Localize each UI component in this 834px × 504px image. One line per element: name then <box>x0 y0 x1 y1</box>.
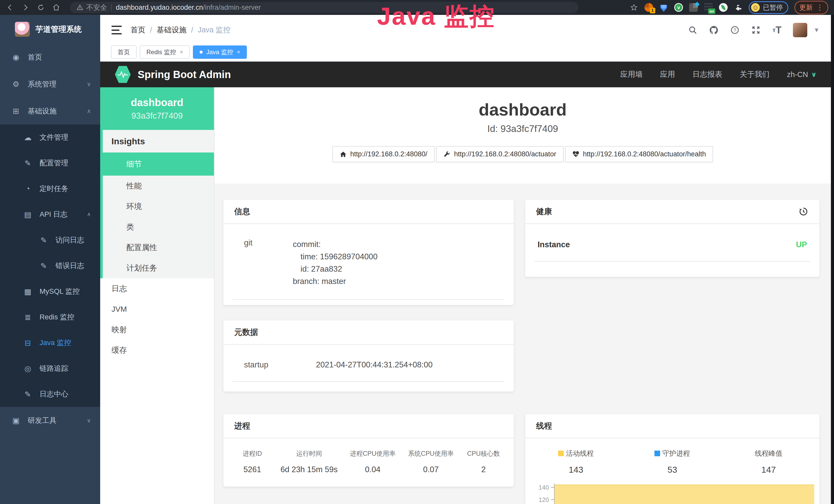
address-bar[interactable]: 不安全 dashboard.yudao.iocoder.cn/infra/adm… <box>70 2 578 13</box>
y-tick: 140 <box>525 484 549 491</box>
profile-avatar-icon: ☺ <box>751 3 760 12</box>
breadcrumb: 首页 / 基础设施 / Java 监控 <box>130 25 231 35</box>
sba-language-select[interactable]: zh-CN∨ <box>787 70 816 79</box>
info-card: 信息 git commit: time: 1596289704000 id: 2… <box>223 200 514 305</box>
home-button-icon[interactable] <box>52 3 61 12</box>
edit-icon: ✎ <box>23 159 33 168</box>
sba-item-caches[interactable]: 缓存 <box>100 340 214 361</box>
font-size-icon[interactable]: тT <box>772 25 782 35</box>
service-url-button[interactable]: http://192.168.0.2:48080/ <box>332 146 435 162</box>
extensions-puzzle-icon[interactable] <box>734 3 743 12</box>
profile-paused-chip[interactable]: ☺ 已暂停 <box>749 1 788 14</box>
sba-item-environment[interactable]: 环境 <box>103 196 214 217</box>
sba-item-mappings[interactable]: 映射 <box>100 319 214 340</box>
sidebar-item-Redis 监控[interactable]: ≣Redis 监控 <box>0 304 100 330</box>
sidebar-item-文件管理[interactable]: ☁文件管理 <box>0 124 100 150</box>
breadcrumb-item[interactable]: 首页 <box>130 25 146 35</box>
sba-item-classes[interactable]: 类 <box>103 217 214 237</box>
tab-home[interactable]: 首页 <box>111 45 137 59</box>
page-title: dashboard <box>215 87 831 119</box>
extension-grid-icon[interactable] <box>689 3 698 12</box>
github-icon[interactable] <box>709 25 719 35</box>
tab-redis-monitor[interactable]: Redis 监控× <box>140 45 190 59</box>
threads-card-title: 线程 <box>525 414 819 438</box>
sba-item-metrics[interactable]: 性能 <box>103 176 214 196</box>
extension-orange-icon[interactable]: 1 <box>644 3 653 12</box>
health-url-button[interactable]: http://192.168.0.2:48080/actuator/health <box>565 146 713 162</box>
sba-nav-about[interactable]: 关于我们 <box>740 69 770 79</box>
live-threads-area-series <box>554 484 814 504</box>
sba-item-config-props[interactable]: 配置属性 <box>103 237 214 258</box>
history-icon[interactable] <box>798 206 809 217</box>
extension-on-icon[interactable]: on <box>704 3 713 12</box>
sidebar-item-研发工具[interactable]: ▣研发工具∨ <box>0 407 100 434</box>
actuator-url-button[interactable]: http://192.168.0.2:48080/actuator <box>436 146 564 162</box>
sidebar-item-MySQL 监控[interactable]: ▦MySQL 监控 <box>0 279 100 304</box>
sba-nav-wallboard[interactable]: 应用墙 <box>620 69 643 79</box>
user-avatar[interactable] <box>793 23 807 37</box>
sba-instance-header[interactable]: dashboard 93a3fc7f7409 <box>100 87 214 130</box>
health-instance-label[interactable]: Instance <box>537 240 570 249</box>
sidebar-item-系统管理[interactable]: ⚙系统管理∨ <box>0 71 100 97</box>
sba-item-details[interactable]: 细节 <box>103 153 214 176</box>
sidebar-toggle-icon[interactable] <box>111 26 122 35</box>
sba-content: dashboard Id: 93a3fc7f7409 http://192.16… <box>215 87 831 504</box>
breadcrumb-item-current: Java 监控 <box>198 25 231 35</box>
update-button[interactable]: 更新 ⋮ <box>794 1 828 15</box>
fullscreen-icon[interactable] <box>751 25 761 35</box>
sidebar-item-日志中心[interactable]: ✎日志中心 <box>0 381 100 407</box>
y-tick: 120 <box>525 496 549 503</box>
dashboard-icon: ◉ <box>11 53 21 62</box>
sidebar-item-API 日志[interactable]: ▤API 日志∧ <box>0 202 100 227</box>
daemon-threads-swatch <box>655 451 660 456</box>
sidebar-item-定时任务[interactable]: ◔定时任务 <box>0 176 100 202</box>
sidebar-item-错误日志[interactable]: ✎错误日志 <box>0 253 100 279</box>
sidebar-item-访问日志[interactable]: ✎访问日志 <box>0 227 100 253</box>
sba-nav-applications[interactable]: 应用 <box>660 69 675 79</box>
sba-nav-journal[interactable]: 日志报表 <box>693 69 722 79</box>
sba-title[interactable]: Spring Boot Admin <box>138 69 231 81</box>
security-warning[interactable]: 不安全 <box>76 3 107 12</box>
url-text[interactable]: dashboard.yudao.iocoder.cn/infra/admin-s… <box>116 4 261 12</box>
close-icon[interactable]: × <box>180 49 183 55</box>
tab-java-monitor[interactable]: Java 监控× <box>193 45 247 59</box>
sba-item-scheduled-tasks[interactable]: 计划任务 <box>103 258 214 278</box>
user-menu-caret-icon[interactable]: ▼ <box>813 26 820 33</box>
sidebar-item-label: Redis 监控 <box>40 312 74 322</box>
brand-row[interactable]: 芋道管理系统 <box>0 15 100 44</box>
sidebar-item-label: 基础设施 <box>28 106 57 116</box>
instance-id: 93a3fc7f7409 <box>131 111 183 121</box>
extension-green-v-icon[interactable]: v <box>674 3 683 12</box>
bookmark-star-icon[interactable] <box>630 3 638 12</box>
browser-scrollbar[interactable] <box>831 15 834 504</box>
extension-pin-icon[interactable] <box>659 3 668 12</box>
annotation-java-monitor: Java 监控 <box>377 0 495 33</box>
browser-menu-icon[interactable]: ⋮ <box>816 3 824 12</box>
trace-eye-icon: ◎ <box>23 364 33 373</box>
sidebar-item-Java 监控[interactable]: ⊟Java 监控 <box>0 330 100 356</box>
home-icon <box>339 151 347 158</box>
reload-icon[interactable] <box>37 3 45 12</box>
breadcrumb-item[interactable]: 基础设施 <box>157 25 186 35</box>
close-icon[interactable]: × <box>237 49 240 55</box>
live-threads-value: 143 <box>569 465 583 475</box>
infrastructure-submenu: ☁文件管理✎配置管理◔定时任务▤API 日志∧✎访问日志✎错误日志▦MySQL … <box>0 124 100 407</box>
sidebar-item-配置管理[interactable]: ✎配置管理 <box>0 150 100 176</box>
sba-logo-icon[interactable] <box>114 66 131 84</box>
instance-name: dashboard <box>131 97 183 108</box>
back-icon[interactable] <box>6 3 14 12</box>
sba-item-logs[interactable]: 日志 <box>100 278 214 299</box>
process-card: 进程 进程ID5261 运行时间6d 23h 15m 59s 进程CPU使用率0… <box>223 414 514 486</box>
help-icon[interactable]: ? <box>730 25 740 35</box>
extension-leaf-icon[interactable] <box>719 3 728 12</box>
forward-icon[interactable] <box>21 3 30 12</box>
instance-hero: dashboard Id: 93a3fc7f7409 http://192.16… <box>215 87 831 184</box>
chevron-down-icon: ∨ <box>811 71 816 78</box>
sidebar-item-基础设施[interactable]: ⊞基础设施∧ <box>0 97 100 124</box>
sidebar-item-链路追踪[interactable]: ◎链路追踪 <box>0 356 100 381</box>
info-value: commit: time: 1596289704000 id: 27aa832 … <box>293 238 378 288</box>
sidebar-item-首页[interactable]: ◉首页 <box>0 44 100 71</box>
search-icon[interactable] <box>687 25 698 35</box>
sba-item-jvm[interactable]: JVM <box>100 299 214 319</box>
brand-title: 芋道管理系统 <box>36 24 82 35</box>
